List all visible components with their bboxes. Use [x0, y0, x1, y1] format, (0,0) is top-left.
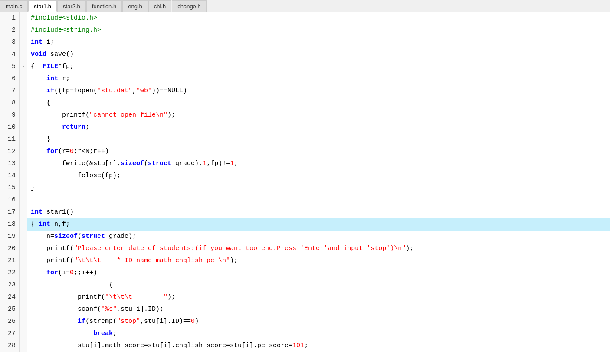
line-number-4: 4 [0, 49, 20, 61]
code-line-10: 10 return; [0, 121, 610, 133]
code-line-15: 15 } [0, 182, 610, 194]
tab-change[interactable]: change.h [172, 0, 207, 12]
line-number-13: 13 [0, 158, 20, 170]
code-line-3: 3 int i; [0, 36, 610, 49]
line-number-21: 21 [0, 255, 20, 267]
line-number-15: 15 [0, 182, 20, 194]
line-content-15: } [27, 182, 610, 194]
line-number-11: 11 [0, 133, 20, 146]
line-content-25: scanf("%s",stu[i].ID); [27, 303, 610, 315]
code-line-6: 6 int r; [0, 73, 610, 85]
code-area: 1 #include<stdio.h> 2 #include<string.h>… [0, 12, 610, 364]
line-content-6: int r; [27, 73, 610, 85]
line-number-5: 5 [0, 61, 20, 73]
code-line-25: 25 scanf("%s",stu[i].ID); [0, 303, 610, 315]
code-line-26: 26 if(strcmp("stop",stu[i].ID)==0) [0, 315, 610, 328]
line-content-27: break; [27, 328, 610, 340]
code-line-1: 1 #include<stdio.h> [0, 12, 610, 24]
line-number-1: 1 [0, 12, 20, 24]
line-number-17: 17 [0, 206, 20, 218]
code-line-5: 5 - { FILE*fp; [0, 61, 610, 73]
line-content-9: printf("cannot open file\n"); [27, 109, 610, 121]
line-content-20: printf("Please enter date of students:(i… [27, 243, 610, 255]
line-number-28: 28 [0, 340, 20, 352]
tab-eng[interactable]: eng.h [122, 0, 148, 12]
line-number-16: 16 [0, 194, 20, 206]
code-line-23: 23 - { [0, 279, 610, 291]
line-content-11: } [27, 133, 610, 146]
code-line-19: 19 n=sizeof(struct grade); [0, 231, 610, 243]
line-number-2: 2 [0, 24, 20, 36]
code-line-20: 20 printf("Please enter date of students… [0, 243, 610, 255]
line-content-13: fwrite(&stu[r],sizeof(struct grade),1,fp… [27, 158, 610, 170]
code-line-27: 27 break; [0, 328, 610, 340]
tab-star1[interactable]: star1.h [28, 0, 57, 12]
tab-chi[interactable]: chi.h [148, 0, 171, 12]
code-line-16: 16 [0, 194, 610, 206]
code-line-22: 22 for(i=0;;i++) [0, 267, 610, 279]
line-content-26: if(strcmp("stop",stu[i].ID)==0) [27, 315, 610, 328]
code-line-7: 7 if((fp=fopen("stu.dat","wb"))==NULL) [0, 85, 610, 97]
line-content-17: int star1() [27, 206, 610, 218]
code-line-11: 11 } [0, 133, 610, 146]
line-content-16 [27, 194, 610, 206]
code-line-12: 12 for(r=0;r<N;r++) [0, 146, 610, 158]
line-content-10: return; [27, 121, 610, 133]
line-content-2: #include<string.h> [27, 24, 610, 36]
line-number-19: 19 [0, 231, 20, 243]
line-number-27: 27 [0, 328, 20, 340]
line-content-7: if((fp=fopen("stu.dat","wb"))==NULL) [27, 85, 610, 97]
line-number-3: 3 [0, 36, 20, 49]
line-content-18: { int n,f; [27, 218, 610, 231]
line-number-22: 22 [0, 267, 20, 279]
line-content-19: n=sizeof(struct grade); [27, 231, 610, 243]
line-number-12: 12 [0, 146, 20, 158]
line-number-14: 14 [0, 170, 20, 182]
line-number-6: 6 [0, 73, 20, 85]
tab-function[interactable]: function.h [86, 0, 122, 12]
line-content-24: printf("\t\t\t "); [27, 291, 610, 303]
tab-main[interactable]: main.c [0, 0, 28, 12]
code-line-2: 2 #include<string.h> [0, 24, 610, 36]
line-number-20: 20 [0, 243, 20, 255]
line-content-4: void save() [27, 49, 610, 61]
code-line-9: 9 printf("cannot open file\n"); [0, 109, 610, 121]
line-content-1: #include<stdio.h> [27, 12, 610, 24]
code-line-13: 13 fwrite(&stu[r],sizeof(struct grade),1… [0, 158, 610, 170]
line-content-21: printf("\t\t\t * ID name math english pc… [27, 255, 610, 267]
code-line-21: 21 printf("\t\t\t * ID name math english… [0, 255, 610, 267]
code-line-4: 4 void save() [0, 49, 610, 61]
line-number-7: 7 [0, 85, 20, 97]
code-line-14: 14 fclose(fp); [0, 170, 610, 182]
line-content-12: for(r=0;r<N;r++) [27, 146, 610, 158]
tab-bar: main.c star1.h star2.h function.h eng.h … [0, 0, 610, 12]
line-content-8: { [27, 97, 610, 109]
line-content-28: stu[i].math_score=stu[i].english_score=s… [27, 340, 610, 352]
line-content-23: { [27, 279, 610, 291]
line-number-25: 25 [0, 303, 20, 315]
line-number-26: 26 [0, 315, 20, 328]
line-content-3: int i; [27, 36, 610, 49]
line-content-5: { FILE*fp; [27, 61, 610, 73]
line-number-10: 10 [0, 121, 20, 133]
code-line-18: 18 - { int n,f; [0, 218, 610, 231]
line-number-23: 23 [0, 279, 20, 291]
code-line-8: 8 - { [0, 97, 610, 109]
line-number-9: 9 [0, 109, 20, 121]
line-number-18: 18 [0, 218, 20, 231]
line-number-24: 24 [0, 291, 20, 303]
line-content-22: for(i=0;;i++) [27, 267, 610, 279]
tab-star2[interactable]: star2.h [57, 0, 86, 12]
line-number-8: 8 [0, 97, 20, 109]
code-line-24: 24 printf("\t\t\t "); [0, 291, 610, 303]
line-content-14: fclose(fp); [27, 170, 610, 182]
code-line-17: 17 int star1() [0, 206, 610, 218]
code-line-28: 28 stu[i].math_score=stu[i].english_scor… [0, 340, 610, 352]
